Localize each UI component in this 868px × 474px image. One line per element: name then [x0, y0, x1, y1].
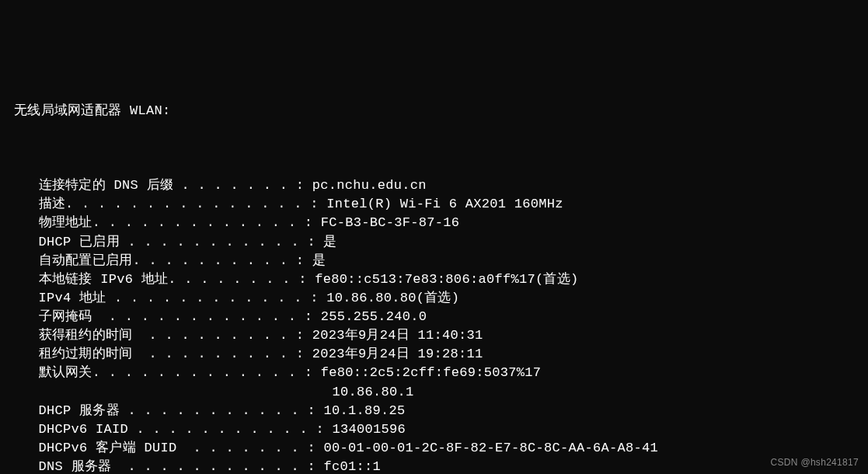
- config-value: 10.86.80.80(首选): [319, 291, 460, 305]
- config-label: DHCPv6 客户端 DUID . . . . . . . :: [14, 441, 315, 455]
- config-lines: 连接特定的 DNS 后缀 . . . . . . . : pc.nchu.edu…: [14, 176, 854, 474]
- config-value: 是: [304, 253, 326, 268]
- config-row: 自动配置已启用. . . . . . . . . . : 是: [14, 252, 854, 270]
- config-label: 租约过期的时间 . . . . . . . . . :: [14, 347, 304, 361]
- config-label: 连接特定的 DNS 后缀 . . . . . . . :: [14, 178, 304, 193]
- config-value: 是: [315, 235, 337, 249]
- adapter-header: 无线局域网适配器 WLAN:: [14, 102, 854, 120]
- config-value: 255.255.240.0: [312, 309, 427, 324]
- config-label: IPv4 地址 . . . . . . . . . . . . :: [14, 291, 319, 305]
- config-value: 00-01-00-01-2C-8F-82-E7-8C-8C-AA-6A-A8-4…: [315, 441, 658, 455]
- config-row: 连接特定的 DNS 后缀 . . . . . . . : pc.nchu.edu…: [14, 176, 854, 195]
- config-row: 10.86.80.1: [14, 383, 854, 402]
- config-label: DHCP 服务器 . . . . . . . . . . . :: [14, 403, 315, 418]
- config-value: 2023年9月24日 19:28:11: [304, 347, 483, 361]
- config-label: DHCP 已启用 . . . . . . . . . . . :: [14, 235, 315, 249]
- config-row: DHCP 服务器 . . . . . . . . . . . : 10.1.89…: [14, 402, 854, 420]
- config-label: [14, 385, 324, 399]
- config-row: 本地链接 IPv6 地址. . . . . . . . : fe80::c513…: [14, 270, 854, 289]
- config-value: 10.86.80.1: [324, 385, 414, 399]
- config-row: 租约过期的时间 . . . . . . . . . : 2023年9月24日 1…: [14, 345, 854, 364]
- terminal-output: 无线局域网适配器 WLAN: 连接特定的 DNS 后缀 . . . . . . …: [14, 83, 854, 475]
- config-label: 描述. . . . . . . . . . . . . . . :: [14, 197, 319, 211]
- config-row: DNS 服务器 . . . . . . . . . . . : fc01::1: [14, 458, 854, 474]
- config-label: DNS 服务器 . . . . . . . . . . . :: [14, 459, 315, 474]
- config-value: fe80::c513:7e83:806:a0ff%17(首选): [307, 272, 579, 287]
- config-label: 默认网关. . . . . . . . . . . . . :: [14, 365, 312, 380]
- config-row: 获得租约的时间 . . . . . . . . . : 2023年9月24日 1…: [14, 326, 854, 345]
- blank-line: [14, 139, 854, 158]
- config-row: 默认网关. . . . . . . . . . . . . : fe80::2c…: [14, 364, 854, 382]
- config-label: 获得租约的时间 . . . . . . . . . :: [14, 328, 304, 343]
- config-label: 本地链接 IPv6 地址. . . . . . . . :: [14, 272, 307, 287]
- config-row: 描述. . . . . . . . . . . . . . . : Intel(…: [14, 195, 854, 214]
- config-label: 子网掩码 . . . . . . . . . . . . :: [14, 309, 312, 324]
- config-value: 134001596: [324, 422, 406, 437]
- config-value: fc01::1: [315, 459, 381, 474]
- config-value: FC-B3-BC-3F-87-16: [312, 215, 459, 230]
- watermark: CSDN @hsh241817: [771, 456, 859, 469]
- config-row: 子网掩码 . . . . . . . . . . . . : 255.255.2…: [14, 308, 854, 326]
- config-value: 2023年9月24日 11:40:31: [304, 328, 483, 343]
- config-row: DHCPv6 客户端 DUID . . . . . . . : 00-01-00…: [14, 439, 854, 458]
- config-row: IPv4 地址 . . . . . . . . . . . . : 10.86.…: [14, 289, 854, 308]
- config-value: Intel(R) Wi-Fi 6 AX201 160MHz: [319, 197, 563, 211]
- config-row: 物理地址. . . . . . . . . . . . . : FC-B3-BC…: [14, 214, 854, 232]
- config-value: pc.nchu.edu.cn: [304, 178, 427, 193]
- config-label: 物理地址. . . . . . . . . . . . . :: [14, 215, 312, 230]
- config-value: fe80::2c5:2cff:fe69:5037%17: [312, 365, 541, 380]
- config-label: DHCPv6 IAID . . . . . . . . . . . :: [14, 422, 324, 437]
- config-label: 自动配置已启用. . . . . . . . . . :: [14, 253, 304, 268]
- config-row: DHCP 已启用 . . . . . . . . . . . : 是: [14, 233, 854, 252]
- config-row: DHCPv6 IAID . . . . . . . . . . . : 1340…: [14, 420, 854, 439]
- config-value: 10.1.89.25: [315, 403, 406, 418]
